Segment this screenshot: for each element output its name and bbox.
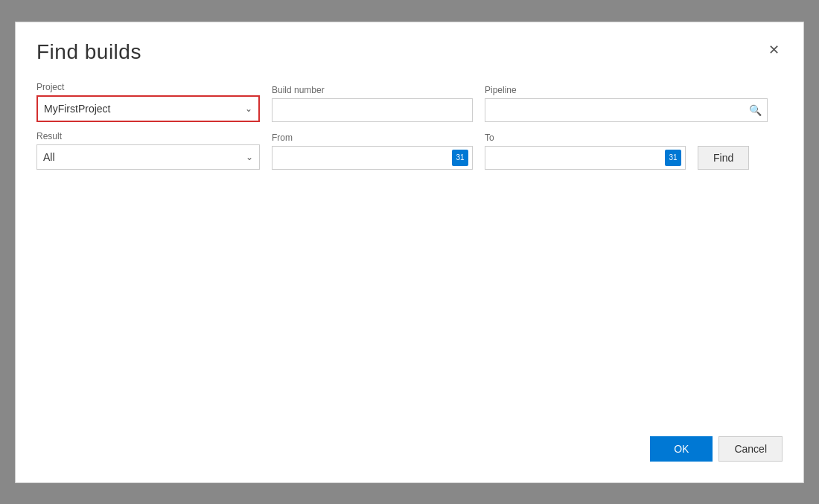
find-builds-dialog: Find builds ✕ Project MyFirstProject ⌄ B… (15, 22, 804, 483)
build-number-label: Build number (272, 85, 473, 95)
pipeline-group: Pipeline 🔍 (485, 85, 768, 122)
build-number-group: Build number (272, 85, 473, 122)
pipeline-label: Pipeline (485, 85, 768, 95)
result-select[interactable]: All Succeeded Failed Canceled Partial (37, 145, 259, 169)
close-button[interactable]: ✕ (765, 40, 783, 60)
dialog-title: Find builds (36, 40, 141, 64)
dialog-footer: OK Cancel (36, 412, 783, 462)
form-row-1: Project MyFirstProject ⌄ Build number Pi… (36, 82, 783, 122)
form-row-2: Result All Succeeded Failed Canceled Par… (36, 131, 783, 170)
pipeline-input[interactable] (485, 98, 768, 122)
result-select-wrapper: All Succeeded Failed Canceled Partial ⌄ (36, 144, 260, 170)
find-button[interactable]: Find (698, 146, 749, 170)
to-label: To (485, 133, 686, 143)
dialog-content: Project MyFirstProject ⌄ Build number Pi… (36, 82, 783, 462)
result-group: Result All Succeeded Failed Canceled Par… (36, 131, 260, 170)
from-date-wrapper: 31 (272, 146, 473, 170)
result-label: Result (36, 131, 260, 141)
project-group: Project MyFirstProject ⌄ (36, 82, 260, 122)
project-label: Project (36, 82, 260, 92)
project-select-wrapper: MyFirstProject ⌄ (36, 95, 260, 122)
to-group: To 31 (485, 133, 686, 170)
from-label: From (272, 133, 473, 143)
to-date-input[interactable] (485, 146, 686, 170)
ok-button[interactable]: OK (650, 436, 713, 462)
form-rows: Project MyFirstProject ⌄ Build number Pi… (36, 82, 783, 170)
cancel-button[interactable]: Cancel (718, 436, 783, 462)
project-select[interactable]: MyFirstProject (38, 97, 258, 121)
build-number-input[interactable] (272, 98, 473, 122)
pipeline-wrapper: 🔍 (485, 98, 768, 122)
to-date-wrapper: 31 (485, 146, 686, 170)
from-group: From 31 (272, 133, 473, 170)
from-date-input[interactable] (272, 146, 473, 170)
dialog-header: Find builds ✕ (36, 40, 783, 64)
